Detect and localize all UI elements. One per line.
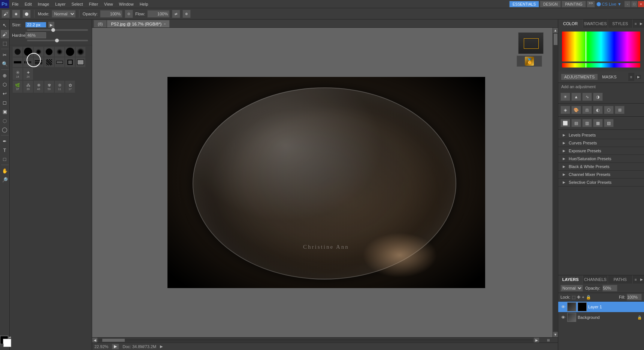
layers-collapse-btn[interactable]: ▶ bbox=[639, 275, 644, 284]
brightness-adj-btn[interactable]: ☀ bbox=[560, 93, 570, 101]
threshold-adj-btn[interactable]: ▥ bbox=[582, 119, 592, 127]
preset-selectcolor[interactable]: ▶ Selective Color Presets bbox=[558, 179, 644, 186]
dodge-tool[interactable]: ◯ bbox=[1, 125, 9, 134]
adj-tab-masks[interactable]: MASKS bbox=[599, 74, 620, 80]
history-tool[interactable]: ↩ bbox=[1, 89, 9, 98]
canvas-container[interactable]: 🏅 Christine Ann bbox=[92, 28, 553, 337]
blend-mode-select[interactable]: Normal Multiply bbox=[560, 285, 583, 291]
preset-curves[interactable]: ▶ Curves Presets bbox=[558, 139, 644, 147]
brush-tool[interactable]: 🖌 bbox=[1, 30, 9, 38]
adj-options-btn[interactable]: ≡ bbox=[628, 73, 634, 81]
preset-hsl[interactable]: ▶ Hue/Saturation Presets bbox=[558, 155, 644, 163]
brush-item[interactable]: ✳14 bbox=[13, 68, 22, 80]
hsl-adj-btn[interactable]: 🎨 bbox=[571, 106, 581, 114]
brush-item[interactable] bbox=[13, 57, 22, 67]
panel-options-btn[interactable]: ≡ bbox=[633, 20, 639, 28]
close-button[interactable]: × bbox=[638, 1, 644, 7]
opacity-input[interactable] bbox=[100, 10, 123, 18]
brush-item[interactable] bbox=[34, 47, 43, 57]
brush-item[interactable] bbox=[76, 57, 85, 67]
ws-design[interactable]: DESIGN bbox=[540, 1, 561, 8]
eyedropper-tool[interactable]: 🔍 bbox=[1, 60, 9, 68]
posterize-adj-btn[interactable]: ▤ bbox=[571, 119, 581, 127]
brush-item[interactable]: ✾59 bbox=[44, 81, 54, 93]
channelmix-adj-btn[interactable]: ⊞ bbox=[615, 106, 625, 114]
brush-item[interactable] bbox=[44, 47, 54, 57]
opacity-field[interactable] bbox=[602, 285, 617, 291]
move-tool[interactable]: ↖ bbox=[1, 21, 9, 29]
brush-item[interactable] bbox=[44, 57, 54, 67]
maximize-button[interactable]: □ bbox=[631, 1, 637, 7]
panel-collapse-btn[interactable]: ▶ bbox=[639, 20, 644, 28]
brush-item[interactable]: 🌿37 bbox=[13, 81, 22, 93]
ws-essentials[interactable]: ESSENTIALS bbox=[509, 1, 539, 8]
tab-color[interactable]: COLOR bbox=[558, 20, 583, 28]
menu-file[interactable]: File bbox=[9, 0, 22, 8]
preset-channelmix[interactable]: ▶ Channel Mixer Presets bbox=[558, 171, 644, 179]
eraser-tool[interactable]: ◻ bbox=[1, 98, 9, 107]
hand-tool[interactable]: ✋ bbox=[1, 167, 9, 175]
blur-tool[interactable]: ◌ bbox=[1, 116, 9, 125]
brush-item[interactable] bbox=[76, 47, 85, 57]
brush-item[interactable] bbox=[65, 57, 75, 67]
adj-tab-adjustments[interactable]: ADJUSTMENTS bbox=[561, 74, 598, 80]
gradient-tool[interactable]: ▣ bbox=[1, 107, 9, 116]
zoom-tool[interactable]: 🔎 bbox=[1, 176, 9, 184]
hscroll-right[interactable]: ▶ bbox=[534, 338, 539, 343]
exposure-adj-btn[interactable]: ◑ bbox=[593, 93, 603, 101]
nav-viewport[interactable] bbox=[524, 38, 539, 49]
hscroll-thumb[interactable] bbox=[102, 339, 125, 342]
lock-position-icon[interactable]: ✙ bbox=[577, 295, 580, 300]
color-spectrum[interactable] bbox=[562, 32, 640, 62]
heal-tool[interactable]: ⊕ bbox=[1, 71, 9, 80]
colorbalance-adj-btn[interactable]: ⚖ bbox=[582, 106, 592, 114]
tab-paths[interactable]: PATHS bbox=[608, 275, 633, 284]
menu-view[interactable]: View bbox=[101, 0, 116, 8]
menu-help[interactable]: Help bbox=[137, 0, 151, 8]
crop-tool[interactable]: ✂ bbox=[1, 51, 9, 59]
preset-levels[interactable]: ▶ Levels Presets bbox=[558, 131, 644, 139]
menu-window[interactable]: Window bbox=[116, 0, 137, 8]
layer-row-layer1[interactable]: 👁 Layer 1 bbox=[558, 302, 644, 312]
clone-source[interactable]: ⊕ bbox=[182, 10, 191, 18]
brush-item[interactable]: ❊11 bbox=[55, 81, 64, 93]
curves-adj-btn[interactable]: ∿ bbox=[582, 93, 592, 101]
preset-bw[interactable]: ▶ Black & White Presets bbox=[558, 163, 644, 171]
status-arrow[interactable]: ▶ bbox=[160, 344, 163, 348]
selectcolor-adj-btn[interactable]: ▧ bbox=[604, 119, 614, 127]
airbrush-toggle[interactable]: ⊙ bbox=[125, 10, 133, 18]
levels-adj-btn[interactable]: ▲ bbox=[571, 93, 581, 101]
brush-tool-options[interactable]: 🖌 bbox=[1, 10, 10, 18]
flow-input[interactable] bbox=[147, 10, 170, 18]
tab-styles[interactable]: STYLES bbox=[608, 20, 633, 28]
brush-item[interactable] bbox=[23, 57, 33, 67]
fill-field[interactable] bbox=[627, 294, 642, 300]
menu-select[interactable]: Select bbox=[69, 0, 86, 8]
type-tool[interactable]: T bbox=[1, 146, 9, 154]
path-tool[interactable]: ✒ bbox=[1, 137, 9, 145]
hardness-input[interactable] bbox=[25, 32, 46, 38]
hscroll-left[interactable]: ◀ bbox=[92, 338, 97, 343]
zoom-options[interactable]: ▶ bbox=[112, 344, 119, 349]
tab-close-icon[interactable]: × bbox=[164, 22, 166, 26]
menu-edit[interactable]: Edit bbox=[22, 0, 35, 8]
tool-brush-small[interactable]: ◉ bbox=[12, 10, 20, 18]
brush-item[interactable] bbox=[34, 57, 43, 67]
cs-live[interactable]: ⬤ CS Live ▼ bbox=[596, 2, 622, 6]
reset-colors-icon[interactable]: ⬛ bbox=[0, 344, 4, 347]
brush-item[interactable]: ❋46 bbox=[34, 81, 43, 93]
brush-item[interactable]: ✦24 bbox=[23, 68, 33, 80]
tab-channels[interactable]: CHANNELS bbox=[583, 275, 608, 284]
hscroll-track[interactable] bbox=[99, 339, 533, 342]
tool-brush-round[interactable]: ⬤ bbox=[22, 10, 31, 18]
scroll-up-arrow[interactable]: ▲ bbox=[553, 28, 558, 33]
scroll-thumb[interactable] bbox=[554, 34, 557, 45]
tab-swatches[interactable]: SWATCHES bbox=[583, 20, 608, 28]
lock-padlock-icon[interactable]: 🔒 bbox=[586, 295, 591, 300]
tab-layers[interactable]: LAYERS bbox=[558, 275, 583, 284]
size-slider[interactable] bbox=[27, 29, 88, 31]
adj-collapse-btn[interactable]: ▶ bbox=[636, 75, 641, 79]
minimize-button[interactable]: - bbox=[625, 1, 631, 7]
canvas-expand[interactable]: ⊞ bbox=[539, 338, 558, 342]
lock-all-icon[interactable]: + bbox=[582, 295, 584, 299]
